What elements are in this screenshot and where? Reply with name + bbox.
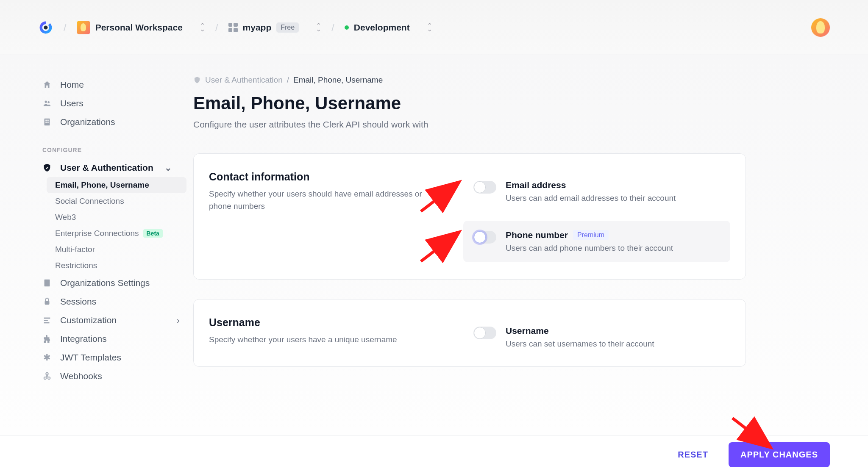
- sidebar-item-label: Webhooks: [60, 371, 102, 381]
- home-icon: [42, 80, 52, 89]
- sidebar-sub-social[interactable]: Social Connections: [47, 193, 186, 209]
- sidebar: Home Users Organizations CONFIGURE User …: [0, 55, 186, 435]
- option-email-address: Email address Users can add email addres…: [463, 171, 730, 212]
- card-title: Contact information: [209, 171, 438, 183]
- premium-badge: Premium: [573, 230, 609, 240]
- page-title: Email, Phone, Username: [193, 93, 746, 114]
- option-desc: Users can set usernames to their account: [506, 339, 720, 349]
- svg-point-1: [45, 101, 47, 103]
- app-name: myapp: [243, 22, 272, 33]
- user-avatar[interactable]: [811, 18, 830, 37]
- chevron-down-icon: ⌄: [164, 163, 172, 173]
- option-title: Username: [506, 326, 720, 336]
- shield-icon: [193, 76, 201, 84]
- sidebar-item-label: JWT Templates: [60, 352, 121, 363]
- sidebar-item-customization[interactable]: Customization ›: [36, 311, 186, 330]
- chevron-right-icon: ›: [177, 315, 180, 325]
- option-desc: Users can add phone numbers to their acc…: [506, 244, 720, 253]
- option-title: Phone number Premium: [506, 230, 720, 240]
- svg-rect-8: [45, 280, 50, 287]
- users-icon: [42, 99, 52, 108]
- option-phone-number: Phone number Premium Users can add phone…: [463, 221, 730, 262]
- sidebar-section-label: CONFIGURE: [36, 131, 186, 158]
- page-subtitle: Configure the user attributes the Clerk …: [193, 119, 746, 130]
- separator: /: [331, 22, 334, 33]
- sidebar-sub-email-phone-username[interactable]: Email, Phone, Username: [47, 177, 186, 193]
- sidebar-sub-web3[interactable]: Web3: [47, 209, 186, 225]
- workspace-switcher[interactable]: Personal Workspace ⌃⌄: [77, 21, 205, 34]
- reset-button[interactable]: RESET: [668, 442, 718, 467]
- breadcrumb-parent[interactable]: User & Authentication: [205, 75, 283, 85]
- sidebar-item-webhooks[interactable]: Webhooks: [36, 367, 186, 385]
- option-title: Email address: [506, 180, 720, 190]
- lock-icon: [42, 297, 52, 306]
- svg-rect-3: [45, 119, 50, 126]
- sliders-icon: [42, 316, 52, 325]
- separator: /: [287, 75, 289, 85]
- sidebar-sub-enterprise[interactable]: Enterprise ConnectionsBeta: [47, 225, 186, 241]
- beta-badge: Beta: [143, 229, 163, 238]
- sidebar-item-user-auth[interactable]: User & Authentication ⌄: [36, 158, 186, 177]
- footer-bar: RESET APPLY CHANGES: [0, 435, 868, 474]
- sidebar-item-sessions[interactable]: Sessions: [36, 292, 186, 311]
- sidebar-sub-restrictions[interactable]: Restrictions: [47, 258, 186, 274]
- svg-rect-10: [44, 318, 50, 319]
- workspace-avatar: [77, 21, 90, 34]
- workspace-name: Personal Workspace: [95, 22, 183, 33]
- chevron-updown-icon: ⌃⌄: [316, 24, 321, 31]
- app-switcher[interactable]: myapp Free ⌃⌄: [228, 22, 322, 33]
- shield-icon: [42, 163, 52, 172]
- svg-rect-6: [45, 122, 47, 123]
- svg-rect-5: [47, 120, 49, 121]
- separator: /: [215, 22, 218, 33]
- chevron-updown-icon: ⌃⌄: [427, 24, 432, 31]
- status-dot-icon: [345, 25, 349, 30]
- breadcrumb-current: Email, Phone, Username: [293, 75, 383, 85]
- sidebar-item-jwt[interactable]: ✱ JWT Templates: [36, 348, 186, 367]
- environment-switcher[interactable]: Development ⌃⌄: [345, 22, 432, 33]
- sidebar-item-org-settings[interactable]: Organizations Settings: [36, 274, 186, 292]
- clerk-logo-icon[interactable]: [38, 20, 53, 35]
- sidebar-item-home[interactable]: Home: [36, 75, 186, 94]
- apply-changes-button[interactable]: APPLY CHANGES: [729, 442, 830, 467]
- main-content: User & Authentication / Email, Phone, Us…: [186, 55, 788, 435]
- toggle-phone-number[interactable]: [473, 231, 496, 244]
- toggle-email-address[interactable]: [473, 181, 496, 194]
- svg-rect-11: [44, 320, 48, 321]
- option-username: Username Users can set usernames to thei…: [463, 316, 730, 358]
- building-icon: [42, 278, 52, 288]
- sidebar-sub-mfa[interactable]: Multi-factor: [47, 241, 186, 258]
- sidebar-item-label: Sessions: [60, 297, 96, 307]
- sidebar-item-label: Users: [60, 98, 83, 108]
- sidebar-item-label: Integrations: [60, 334, 107, 344]
- app-grid-icon: [228, 23, 238, 32]
- svg-point-0: [44, 25, 48, 29]
- chevron-updown-icon: ⌃⌄: [200, 24, 205, 31]
- sidebar-item-organizations[interactable]: Organizations: [36, 113, 186, 131]
- option-desc: Users can add email addresses to their a…: [506, 194, 720, 203]
- svg-rect-4: [45, 120, 47, 121]
- topbar: / Personal Workspace ⌃⌄ / myapp Free ⌃⌄ …: [0, 0, 868, 55]
- toggle-username[interactable]: [473, 327, 496, 339]
- sidebar-item-users[interactable]: Users: [36, 94, 186, 113]
- card-username: Username Specify whether your users have…: [193, 299, 746, 367]
- svg-point-15: [46, 373, 48, 375]
- sidebar-item-integrations[interactable]: Integrations: [36, 330, 186, 348]
- svg-rect-7: [47, 122, 49, 123]
- svg-rect-9: [45, 301, 50, 305]
- separator: /: [64, 22, 67, 33]
- asterisk-icon: ✱: [42, 353, 52, 362]
- webhook-icon: [42, 371, 52, 381]
- sidebar-item-label: Customization: [60, 315, 117, 325]
- building-icon: [42, 117, 52, 127]
- environment-name: Development: [354, 22, 410, 33]
- breadcrumb: User & Authentication / Email, Phone, Us…: [193, 75, 746, 85]
- plan-badge: Free: [276, 22, 299, 33]
- sidebar-subnav: Email, Phone, Username Social Connection…: [36, 177, 186, 274]
- card-title: Username: [209, 316, 438, 329]
- svg-point-2: [47, 101, 50, 103]
- svg-rect-12: [44, 322, 50, 324]
- card-description: Specify whether your users should have e…: [209, 188, 438, 212]
- sidebar-item-label: User & Authentication: [60, 163, 153, 173]
- card-contact-information: Contact information Specify whether your…: [193, 153, 746, 280]
